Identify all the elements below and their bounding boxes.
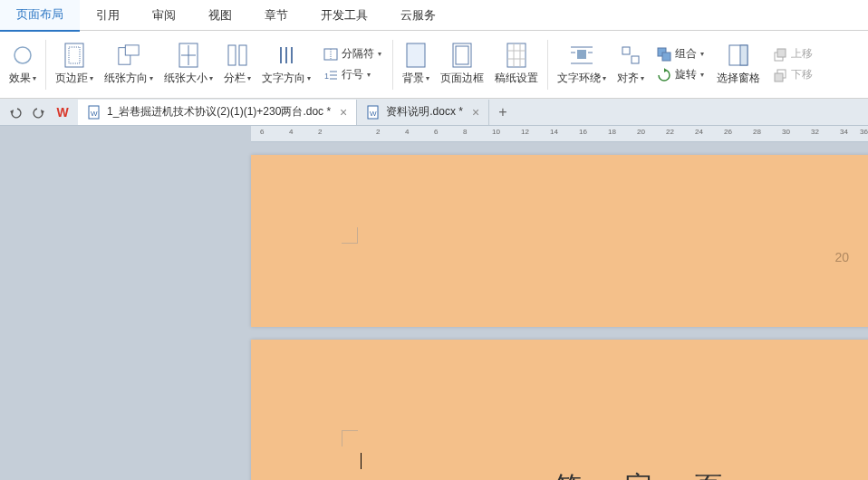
document-canvas[interactable]: 20 签 字 页 xyxy=(0,142,868,480)
svg-rect-22 xyxy=(507,43,526,67)
redo-button[interactable] xyxy=(31,104,47,120)
svg-text:1: 1 xyxy=(324,72,329,81)
horizontal-ruler[interactable]: 6 4 2 2 4 6 8 10 12 14 16 18 20 22 24 26… xyxy=(251,126,868,142)
doctab-2[interactable]: W 资料说明.docx * × xyxy=(357,100,489,125)
textwrap-button[interactable]: 文字环绕▾ xyxy=(552,31,612,98)
gridpaper-icon xyxy=(505,43,528,67)
pageborder-button[interactable]: 页面边框 xyxy=(435,31,489,98)
svg-rect-9 xyxy=(239,45,246,65)
margin-corner-icon xyxy=(342,430,358,446)
svg-rect-21 xyxy=(456,46,468,64)
doctab-1-label: 1_岩巷掘进机技术协议(2)(1)(1)+230两台.doc * xyxy=(107,104,331,120)
page-heading: 签 字 页 xyxy=(555,468,740,480)
menu-view[interactable]: 视图 xyxy=(192,0,248,31)
svg-rect-19 xyxy=(407,43,425,67)
svg-rect-33 xyxy=(632,56,639,63)
textwrap-icon xyxy=(570,43,593,67)
menubar: 页面布局 引用 审阅 视图 章节 开发工具 云服务 xyxy=(0,0,868,31)
doctab-2-label: 资料说明.docx * xyxy=(386,104,463,120)
papersize-icon xyxy=(177,43,200,67)
align-icon xyxy=(619,43,642,67)
newtab-button[interactable]: + xyxy=(489,104,516,120)
columns-button[interactable]: 分栏▾ xyxy=(218,31,256,98)
ribbon: 效果▾ 页边距▾ 纸张方向▾ 纸张大小▾ 分栏▾ 文字方向▾ 分 xyxy=(0,31,868,99)
separator-icon xyxy=(323,47,338,62)
textdirection-button[interactable]: 文字方向▾ xyxy=(256,31,316,98)
doctab-1[interactable]: W 1_岩巷掘进机技术协议(2)(1)(1)+230两台.doc * × xyxy=(78,100,357,125)
svg-rect-8 xyxy=(228,45,236,65)
doctab-1-close[interactable]: × xyxy=(340,105,347,120)
gridpaper-button[interactable]: 稿纸设置 xyxy=(489,31,544,98)
doc-icon: W xyxy=(366,105,381,120)
group-button[interactable]: 组合▾ xyxy=(653,44,708,63)
movedown-icon xyxy=(773,68,787,82)
svg-rect-40 xyxy=(777,49,786,57)
svg-point-0 xyxy=(14,47,31,63)
selectionpane-button[interactable]: 选择窗格 xyxy=(711,31,766,98)
svg-rect-36 xyxy=(662,53,670,61)
rotate-icon xyxy=(657,68,671,82)
page-previous: 20 xyxy=(251,155,868,327)
doc-icon: W xyxy=(87,105,101,120)
menu-devtools[interactable]: 开发工具 xyxy=(304,0,384,31)
papersize-button[interactable]: 纸张大小▾ xyxy=(159,31,218,98)
effects-icon xyxy=(11,43,34,67)
group-icon xyxy=(657,47,671,62)
wps-home-button[interactable]: W xyxy=(54,104,71,120)
svg-rect-42 xyxy=(775,73,783,82)
columns-icon xyxy=(226,43,249,67)
page-number: 20 xyxy=(834,250,849,264)
undo-button[interactable] xyxy=(7,104,24,120)
orientation-icon xyxy=(117,43,140,67)
background-button[interactable]: 背景▾ xyxy=(397,31,435,98)
menu-cloud[interactable]: 云服务 xyxy=(384,0,452,31)
svg-text:W: W xyxy=(370,110,377,118)
margin-icon xyxy=(63,43,86,67)
svg-rect-2 xyxy=(69,47,80,63)
rotate-button[interactable]: 旋转▾ xyxy=(653,65,708,84)
document-tabbar: W W 1_岩巷掘进机技术协议(2)(1)(1)+230两台.doc * × W… xyxy=(0,99,868,126)
menu-section[interactable]: 章节 xyxy=(248,0,304,31)
svg-text:W: W xyxy=(91,110,98,118)
svg-rect-38 xyxy=(740,45,747,65)
linenumber-icon: 1 xyxy=(323,68,338,82)
margin-button[interactable]: 页边距▾ xyxy=(50,31,99,98)
orientation-button[interactable]: 纸张方向▾ xyxy=(99,31,159,98)
selectionpane-icon xyxy=(727,43,750,67)
svg-rect-32 xyxy=(622,47,630,54)
linenumber-button[interactable]: 1 行号▾ xyxy=(320,65,385,84)
separator-button[interactable]: 分隔符▾ xyxy=(320,44,385,63)
margin-corner-icon xyxy=(342,227,358,244)
pageborder-icon xyxy=(450,43,474,67)
menu-review[interactable]: 审阅 xyxy=(136,0,192,31)
movedown-button[interactable]: 下移 xyxy=(769,65,816,84)
textdirection-icon xyxy=(275,43,298,67)
doctab-2-close[interactable]: × xyxy=(472,105,479,120)
svg-rect-27 xyxy=(577,50,586,59)
menu-reference[interactable]: 引用 xyxy=(80,0,136,31)
svg-rect-4 xyxy=(125,44,139,54)
align-button[interactable]: 对齐▾ xyxy=(612,31,650,98)
moveup-icon xyxy=(773,47,787,62)
menu-page-layout[interactable]: 页面布局 xyxy=(0,0,80,32)
background-icon xyxy=(404,43,428,67)
moveup-button[interactable]: 上移 xyxy=(769,44,816,63)
page-current: 签 字 页 xyxy=(251,340,868,480)
effects-button[interactable]: 效果▾ xyxy=(4,31,42,98)
text-cursor xyxy=(361,453,362,469)
